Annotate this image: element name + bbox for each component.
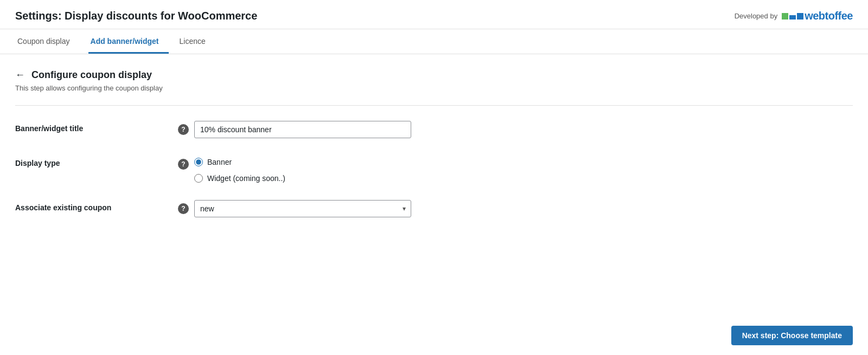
display-type-banner-radio[interactable]	[194, 158, 203, 166]
tab-add-banner-widget[interactable]: Add banner/widget	[88, 29, 169, 54]
display-type-label: Display type	[15, 156, 178, 167]
tabs-bar: Coupon display Add banner/widget Licence	[0, 29, 868, 54]
display-type-widget-option[interactable]: Widget (coming soon..)	[194, 174, 285, 183]
associate-coupon-help-icon[interactable]: ?	[178, 203, 189, 214]
display-type-widget-radio[interactable]	[194, 174, 203, 183]
display-type-widget-label: Widget (coming soon..)	[207, 174, 285, 183]
display-type-radio-group: Banner Widget (coming soon..)	[194, 156, 285, 183]
footer-bar: Next step: Choose template	[716, 316, 868, 355]
tab-licence[interactable]: Licence	[177, 29, 215, 54]
display-type-control: ? Banner Widget (coming soon..)	[178, 156, 853, 183]
display-type-banner-label: Banner	[207, 158, 232, 166]
associate-coupon-row: Associate existing coupon ? new ▾	[15, 200, 853, 217]
logo-square-blue2	[797, 13, 803, 20]
logo-squares	[782, 13, 803, 20]
banner-title-row: Banner/widget title ?	[15, 121, 853, 138]
display-type-help-icon[interactable]: ?	[178, 159, 189, 170]
associate-coupon-select[interactable]: new	[194, 200, 411, 217]
developed-by-label: Developed by	[735, 12, 778, 20]
banner-title-input[interactable]	[194, 121, 411, 138]
branding: Developed by webtoffee	[735, 10, 853, 22]
next-step-button[interactable]: Next step: Choose template	[731, 326, 853, 345]
section-header: ← Configure coupon display	[15, 69, 853, 81]
associate-coupon-control: ? new ▾	[178, 200, 853, 217]
section-title: Configure coupon display	[31, 69, 152, 81]
banner-title-label: Banner/widget title	[15, 121, 178, 133]
divider	[15, 105, 853, 106]
section-description: This step allows configuring the coupon …	[15, 84, 853, 92]
banner-title-help-icon[interactable]: ?	[178, 124, 189, 135]
webtoffee-text: webtoffee	[805, 10, 853, 22]
logo-square-green	[782, 13, 788, 20]
display-type-row: Display type ? Banner Widget (coming soo…	[15, 156, 853, 183]
banner-title-control: ?	[178, 121, 853, 138]
display-type-banner-option[interactable]: Banner	[194, 158, 285, 166]
main-content: ← Configure coupon display This step all…	[0, 54, 868, 278]
associate-coupon-select-wrap: new ▾	[194, 200, 411, 217]
page-title: Settings: Display discounts for WooComme…	[15, 10, 257, 22]
back-button[interactable]: ←	[15, 69, 25, 81]
associate-coupon-label: Associate existing coupon	[15, 200, 178, 212]
tab-coupon-display[interactable]: Coupon display	[15, 29, 80, 54]
page-wrapper: Settings: Display discounts for WooComme…	[0, 0, 868, 355]
logo-square-blue1	[789, 15, 796, 20]
webtoffee-logo: webtoffee	[782, 10, 853, 22]
header: Settings: Display discounts for WooComme…	[0, 0, 868, 29]
